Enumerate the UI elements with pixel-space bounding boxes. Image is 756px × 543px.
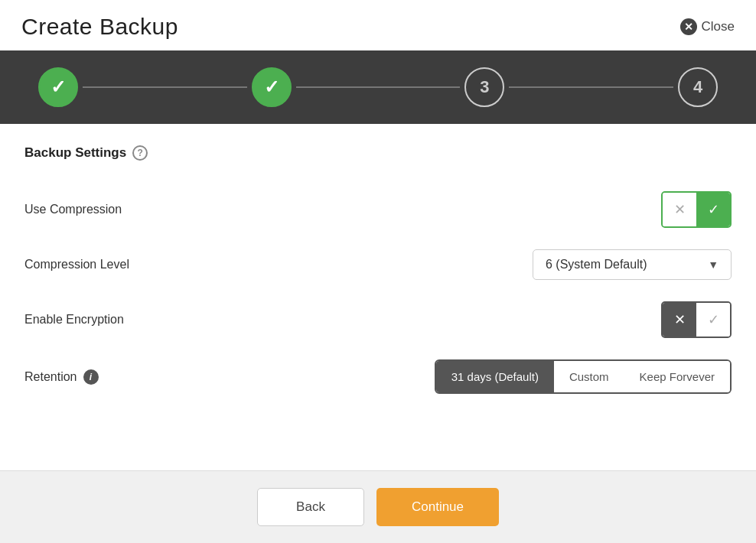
section-title-text: Backup Settings xyxy=(24,145,126,161)
retention-default-button[interactable]: 31 days (Default) xyxy=(436,361,554,392)
continue-button[interactable]: Continue xyxy=(376,488,499,526)
compression-level-dropdown[interactable]: 6 (System Default) ▼ xyxy=(533,249,732,280)
enable-encryption-row: Enable Encryption ✕ ✓ xyxy=(24,291,732,349)
stepper-bar: ✓ ✓ 3 4 xyxy=(0,50,756,124)
use-compression-label: Use Compression xyxy=(24,203,122,216)
enable-encryption-check-button[interactable]: ✓ xyxy=(696,303,730,337)
retention-custom-button[interactable]: Custom xyxy=(554,361,624,392)
use-compression-toggle: ✕ ✓ xyxy=(661,191,732,228)
compression-level-row: Compression Level 6 (System Default) ▼ xyxy=(24,239,732,291)
modal-content: Backup Settings ? Use Compression ✕ ✓ Co… xyxy=(0,124,756,470)
step-3-label: 3 xyxy=(480,77,489,97)
compression-level-label: Compression Level xyxy=(24,258,129,272)
back-button[interactable]: Back xyxy=(257,488,364,526)
retention-label: Retention i xyxy=(24,369,99,385)
stepper-wrapper: ✓ ✓ 3 4 xyxy=(38,67,718,107)
step-3: 3 xyxy=(464,67,504,107)
close-label: Close xyxy=(702,19,735,34)
use-compression-check-button[interactable]: ✓ xyxy=(696,193,730,226)
enable-encryption-toggle: ✕ ✓ xyxy=(661,301,732,338)
step-4-label: 4 xyxy=(693,77,702,97)
step-line-3 xyxy=(509,86,673,88)
modal: Create Backup ✕ Close ✓ ✓ 3 4 xyxy=(0,0,756,543)
retention-toggle-group: 31 days (Default) Custom Keep Forvever xyxy=(435,359,732,394)
section-header: Backup Settings ? xyxy=(24,145,732,161)
enable-encryption-label: Enable Encryption xyxy=(24,313,124,327)
step-line-1 xyxy=(83,86,247,88)
use-compression-x-button[interactable]: ✕ xyxy=(663,193,696,226)
step-2: ✓ xyxy=(252,67,292,107)
step-1-check: ✓ xyxy=(51,76,66,98)
retention-row: Retention i 31 days (Default) Custom Kee… xyxy=(24,349,732,405)
retention-forever-button[interactable]: Keep Forvever xyxy=(624,361,730,392)
step-line-2 xyxy=(296,86,461,88)
section-help-icon[interactable]: ? xyxy=(132,145,148,161)
modal-header: Create Backup ✕ Close xyxy=(0,0,756,50)
step-4: 4 xyxy=(678,67,718,107)
enable-encryption-x-button[interactable]: ✕ xyxy=(663,303,696,337)
use-compression-row: Use Compression ✕ ✓ xyxy=(24,180,732,239)
dropdown-arrow-icon: ▼ xyxy=(708,258,719,271)
step-1: ✓ xyxy=(38,67,78,107)
compression-level-value: 6 (System Default) xyxy=(546,258,647,272)
step-2-check: ✓ xyxy=(264,76,279,98)
page-title: Create Backup xyxy=(21,14,178,40)
retention-info-icon[interactable]: i xyxy=(83,369,99,385)
modal-footer: Back Continue xyxy=(0,470,756,543)
close-icon: ✕ xyxy=(680,18,697,35)
close-button[interactable]: ✕ Close xyxy=(680,18,735,35)
